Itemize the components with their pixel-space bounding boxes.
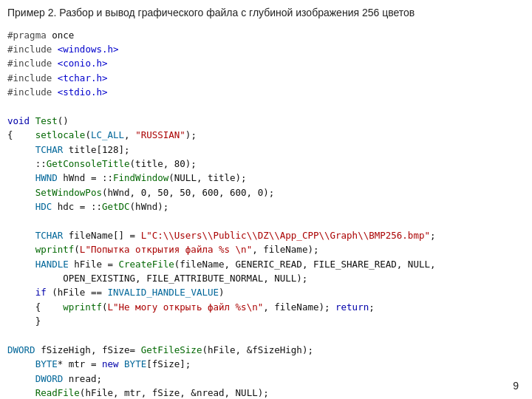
page-title: Пример 2. Разбор и вывод графического фа…	[0, 0, 532, 25]
page-number: 9	[513, 380, 519, 392]
title-text: Пример 2. Разбор и вывод графического фа…	[7, 7, 415, 18]
code-area: #pragma once #include <windows.h> #inclu…	[0, 25, 532, 399]
page-number-text: 9	[513, 380, 519, 392]
